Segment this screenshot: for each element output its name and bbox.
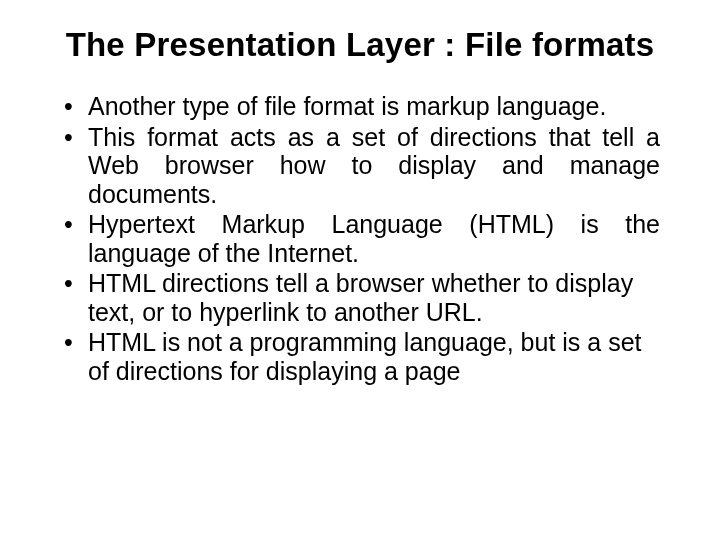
list-item: This format acts as a set of directions … (60, 123, 660, 209)
list-item: Hypertext Markup Language (HTML) is the … (60, 210, 660, 267)
list-item: HTML directions tell a browser whether t… (60, 269, 660, 326)
slide-title: The Presentation Layer : File formats (48, 26, 672, 64)
bullet-list: Another type of file format is markup la… (48, 92, 672, 385)
list-item: Another type of file format is markup la… (60, 92, 660, 121)
list-item: HTML is not a programming language, but … (60, 328, 660, 385)
slide: The Presentation Layer : File formats An… (0, 0, 720, 540)
